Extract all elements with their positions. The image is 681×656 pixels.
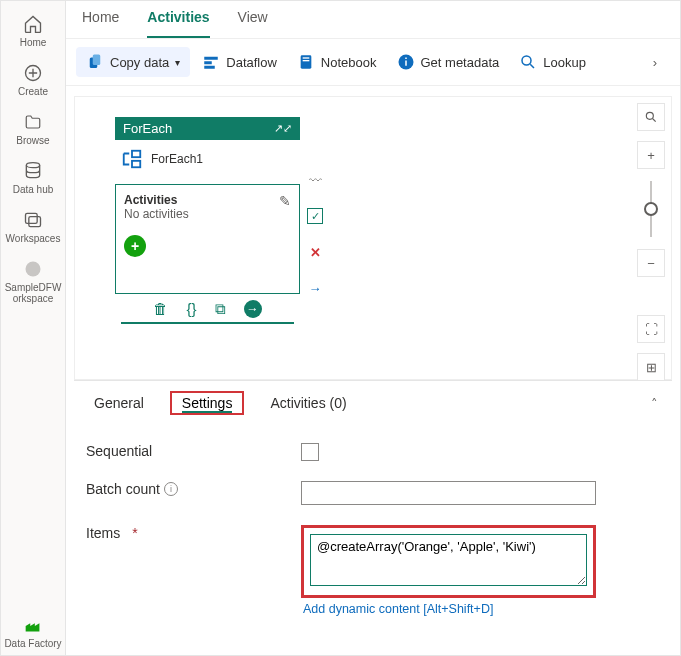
svg-rect-15: [405, 58, 407, 60]
items-label: Items *: [86, 525, 301, 541]
rail-create-label: Create: [18, 86, 48, 97]
output-icon[interactable]: 〰: [307, 172, 323, 188]
toolbar-more[interactable]: ›: [640, 55, 670, 70]
rail-datafactory[interactable]: Data Factory: [2, 608, 64, 655]
panel-tab-general[interactable]: General: [88, 391, 150, 415]
notebook-label: Notebook: [321, 55, 377, 70]
copy-data-label: Copy data: [110, 55, 169, 70]
rail-browse-label: Browse: [16, 135, 49, 146]
svg-point-16: [522, 56, 531, 65]
lookup-button[interactable]: Lookup: [511, 49, 594, 75]
search-icon: [644, 110, 658, 124]
svg-rect-7: [205, 57, 219, 60]
run-icon[interactable]: →: [244, 300, 262, 318]
foreach-activity[interactable]: ForEach ↗⤢ ForEach1 ✎ Activities No acti…: [115, 117, 300, 324]
foreach-header[interactable]: ForEach ↗⤢: [115, 117, 300, 140]
panel-collapse[interactable]: ˄: [651, 396, 658, 411]
panel-tab-activities[interactable]: Activities (0): [264, 391, 352, 415]
panel-tab-settings[interactable]: Settings: [170, 391, 245, 415]
svg-rect-11: [303, 57, 310, 58]
getmeta-button[interactable]: Get metadata: [389, 49, 508, 75]
rail-home[interactable]: Home: [2, 7, 64, 54]
lookup-label: Lookup: [543, 55, 586, 70]
foreach-inner[interactable]: ✎ Activities No activities +: [115, 184, 300, 294]
zoom-slider[interactable]: [650, 181, 652, 237]
braces-icon[interactable]: {}: [186, 300, 196, 318]
expand-icon[interactable]: ↗⤢: [274, 122, 292, 135]
canvas-controls: + − ⛶ ⊞: [637, 103, 665, 381]
rail-browse[interactable]: Browse: [2, 105, 64, 152]
copy-data-icon: [86, 53, 104, 71]
getmeta-label: Get metadata: [421, 55, 500, 70]
folder-icon: [22, 111, 44, 133]
left-rail: Home Create Browse Data hub Workspaces S…: [1, 1, 66, 655]
rail-workspaces[interactable]: Workspaces: [2, 203, 64, 250]
svg-point-4: [26, 262, 41, 277]
svg-rect-8: [205, 61, 213, 64]
info-icon: [397, 53, 415, 71]
svg-rect-17: [132, 151, 140, 157]
svg-rect-6: [93, 55, 101, 66]
fail-connector-icon[interactable]: ✕: [307, 244, 323, 260]
settings-form: Sequential Batch count i Items * A: [82, 423, 664, 636]
rail-datahub-label: Data hub: [13, 184, 54, 195]
info-icon[interactable]: i: [164, 482, 178, 496]
workspaces-icon: [22, 209, 44, 231]
activity-toolbar: Copy data ▾ Dataflow Notebook Get metada…: [66, 39, 680, 86]
delete-icon[interactable]: 🗑: [153, 300, 168, 318]
search-icon: [519, 53, 537, 71]
rail-workspaces-label: Workspaces: [6, 233, 61, 244]
zoom-knob[interactable]: [644, 202, 658, 216]
plus-circle-icon: [22, 62, 44, 84]
svg-rect-2: [26, 213, 38, 223]
edit-icon[interactable]: ✎: [279, 193, 291, 209]
svg-rect-3: [29, 217, 41, 227]
svg-point-1: [26, 163, 39, 168]
svg-rect-18: [132, 161, 140, 167]
chevron-up-icon: ˄: [651, 396, 658, 411]
fit-screen[interactable]: ⛶: [637, 315, 665, 343]
zoom-in[interactable]: +: [637, 141, 665, 169]
foreach-name-row: ForEach1: [115, 140, 300, 178]
plus-icon: +: [647, 148, 655, 163]
tab-view[interactable]: View: [238, 9, 268, 38]
sequential-checkbox[interactable]: [301, 443, 319, 461]
panel-tabs: General Settings Activities (0) ˄: [82, 381, 664, 423]
rail-home-label: Home: [20, 37, 47, 48]
auto-align[interactable]: ⊞: [637, 353, 665, 381]
activity-connectors: 〰 ✓ ✕ →: [307, 172, 323, 296]
home-icon: [22, 13, 44, 35]
copy-data-button[interactable]: Copy data ▾: [76, 47, 190, 77]
add-activity-button[interactable]: +: [124, 235, 146, 257]
fit-icon: ⛶: [645, 322, 658, 337]
rail-datahub[interactable]: Data hub: [2, 154, 64, 201]
dataflow-label: Dataflow: [226, 55, 277, 70]
tab-activities[interactable]: Activities: [147, 9, 209, 38]
completion-connector-icon[interactable]: →: [307, 280, 323, 296]
dataflow-icon: [202, 53, 220, 71]
items-textarea[interactable]: [310, 534, 587, 586]
canvas-search[interactable]: [637, 103, 665, 131]
copy-icon[interactable]: ⧉: [215, 300, 226, 318]
rail-sample[interactable]: SampleDFW orkspace: [2, 252, 64, 310]
dataflow-button[interactable]: Dataflow: [194, 49, 285, 75]
foreach-tools: 🗑 {} ⧉ →: [121, 294, 294, 324]
notebook-icon: [297, 53, 315, 71]
pipeline-canvas[interactable]: ForEach ↗⤢ ForEach1 ✎ Activities No acti…: [74, 96, 672, 380]
chevron-down-icon: ▾: [175, 57, 180, 68]
activities-empty: No activities: [124, 207, 291, 221]
batch-label: Batch count i: [86, 481, 301, 497]
zoom-out[interactable]: −: [637, 249, 665, 277]
minus-icon: −: [647, 256, 655, 271]
tab-home[interactable]: Home: [82, 9, 119, 38]
rail-create[interactable]: Create: [2, 56, 64, 103]
activities-title: Activities: [124, 193, 291, 207]
batch-input[interactable]: [301, 481, 596, 505]
notebook-button[interactable]: Notebook: [289, 49, 385, 75]
add-dynamic-content-link[interactable]: Add dynamic content [Alt+Shift+D]: [301, 602, 596, 616]
data-factory-icon: [22, 614, 44, 636]
svg-rect-9: [205, 66, 216, 69]
svg-point-19: [646, 112, 653, 119]
success-connector-icon[interactable]: ✓: [307, 208, 323, 224]
plus-icon: +: [131, 238, 139, 254]
